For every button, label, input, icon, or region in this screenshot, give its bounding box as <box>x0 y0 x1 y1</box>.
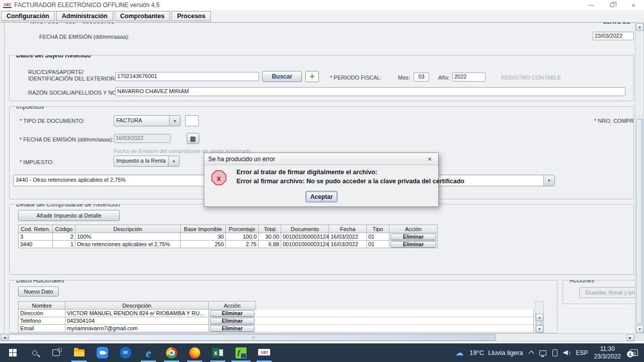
start-button[interactable] <box>0 343 25 362</box>
scroll-left-button[interactable]: ◀ <box>1 334 8 341</box>
horizontal-scrollbar[interactable]: ◀ ▶ <box>0 333 635 341</box>
scrollbar-thumb[interactable] <box>9 334 496 341</box>
cell: 1 <box>53 241 75 248</box>
col-header[interactable]: Código <box>53 225 75 233</box>
cell: myriamnavarro7@gmail.com <box>65 325 209 332</box>
anio-input[interactable]: 2022 <box>452 73 486 82</box>
taskbar-item-sri[interactable]: SRI <box>253 343 276 362</box>
close-button[interactable]: × <box>623 0 644 10</box>
scroll-down-button[interactable]: ▼ <box>536 325 543 332</box>
col-header[interactable]: Porcentaje <box>226 225 259 233</box>
taskbar-item-excel[interactable]: x <box>206 343 229 362</box>
ruc-input[interactable]: 1702143676001 <box>115 72 259 81</box>
taskbar-item-firefox[interactable] <box>183 343 206 362</box>
eliminar-button[interactable]: Eliminar <box>390 241 436 248</box>
menu-comprobantes[interactable]: Comprobantes <box>115 11 170 21</box>
search-button[interactable] <box>25 343 44 362</box>
menu-procesos[interactable]: Procesos <box>172 11 211 21</box>
nuevo-dato-button[interactable]: Nuevo Dato <box>18 286 59 297</box>
eliminar-button[interactable]: Eliminar <box>390 234 436 240</box>
documento-sufijo-input[interactable] <box>185 115 199 126</box>
restore-icon <box>610 3 614 7</box>
language-indicator[interactable]: ESP <box>576 349 588 356</box>
rotation-lock-icon[interactable] <box>552 349 557 356</box>
menu-bar: Configuración Administración Comprobante… <box>0 10 644 22</box>
scrollbar-thumb[interactable] <box>636 119 643 324</box>
weather-temperature[interactable]: 19°C <box>469 349 484 356</box>
clock[interactable]: 11:30 23/3/2022 <box>594 345 621 360</box>
taskbar-item-explorer[interactable] <box>67 343 91 362</box>
eliminar-button[interactable]: Eliminar <box>210 325 255 332</box>
eliminar-button[interactable]: Eliminar <box>210 318 255 324</box>
col-header[interactable]: Acción <box>389 225 438 233</box>
weather-icon[interactable]: ☁ <box>455 349 463 357</box>
razon-social-input[interactable]: NAVARRO CHAVEZ MIRIAM <box>115 87 625 96</box>
guardar-firmar-button[interactable]: Guardar, firmar y procesa <box>579 287 644 298</box>
mes-input[interactable]: 03 <box>414 73 429 82</box>
restore-button[interactable] <box>602 0 623 10</box>
taskbar-item-ie[interactable]: e <box>137 343 160 362</box>
adicionales-scrollbar[interactable]: ▲ ▼ <box>535 301 544 333</box>
minimize-icon <box>589 5 594 6</box>
title-bar: SRI FACTURADOR ELECTRÓNICO OFFLINE versi… <box>0 0 644 10</box>
cell: 16/03/2022 <box>329 241 367 248</box>
scroll-up-button[interactable]: ▲ <box>536 314 543 321</box>
cell: 100.0 <box>226 233 259 241</box>
dialog-close-button[interactable]: × <box>425 155 434 163</box>
task-view-button[interactable] <box>44 343 67 362</box>
firefox-icon <box>189 347 200 358</box>
vertical-scrollbar[interactable]: ▲ ▼ <box>635 22 644 333</box>
window-title: FACTURADOR ELECTRÓNICO OFFLINE versión 4… <box>15 2 160 9</box>
scroll-down-button[interactable]: ▼ <box>636 325 643 333</box>
anio-label: Año: <box>438 75 450 81</box>
aceptar-button[interactable]: Aceptar <box>305 191 338 202</box>
anadir-impuesto-button[interactable]: Añadir Impuesto al Detalle <box>18 210 120 221</box>
taskbar-item-thunderbird[interactable]: ✉ <box>114 343 137 362</box>
nro-clipped-text: NRO: 001 - 002 - 000000701 <box>30 23 231 26</box>
table-row: Dirección VICTOR MANUEL RENDON 824 e/ RI… <box>19 310 256 317</box>
col-header[interactable]: Descripción <box>65 302 209 310</box>
col-header[interactable]: Descripción <box>75 225 181 233</box>
col-header[interactable]: Fecha <box>329 225 367 233</box>
menu-configuracion[interactable]: Configuración <box>1 11 55 21</box>
taskbar-item-chrome[interactable] <box>160 343 183 362</box>
buscar-button[interactable]: Buscar <box>262 71 302 82</box>
chevron-down-icon: ▼ <box>169 116 180 126</box>
col-header[interactable]: Nombre <box>19 302 65 310</box>
calendar-button[interactable]: ▦ <box>187 133 199 144</box>
col-header[interactable]: Tipo <box>367 225 389 233</box>
impuesto-combo[interactable]: Impuesto a la Renta ▼ <box>114 156 180 167</box>
eliminar-button[interactable]: Eliminar <box>210 310 255 317</box>
scroll-right-button[interactable]: ▶ <box>627 334 634 341</box>
zoom-app-icon <box>97 347 108 358</box>
thumb-grip-icon <box>253 336 255 339</box>
notification-center-icon[interactable]: 1 <box>630 349 638 356</box>
menu-administracion[interactable]: Administración <box>56 11 113 21</box>
fecha-emision-doc-input[interactable]: 16/03/2022 <box>114 134 171 143</box>
group-acciones: Guardar, firmar y procesa Acciones <box>562 280 644 304</box>
taskbar-item-facturador[interactable]: f <box>229 343 253 362</box>
scrollbar-thumb[interactable] <box>536 321 543 325</box>
detalle-header-row: Cod. Reten. Código Descripción Base Impo… <box>19 225 438 233</box>
volume-icon[interactable] <box>564 350 570 355</box>
fecha-emision-value-field[interactable]: 23/03/2022 <box>593 32 634 40</box>
scroll-up-button[interactable]: ▲ <box>636 23 643 31</box>
dialog-title-bar[interactable]: Se ha producido un error × <box>204 153 438 165</box>
taskbar-item-zoom[interactable] <box>91 343 114 362</box>
network-icon[interactable] <box>539 350 546 355</box>
col-header[interactable]: Acción <box>209 302 256 310</box>
weather-description[interactable]: Lluvia ligera <box>488 349 523 356</box>
add-sujeto-button[interactable]: + <box>305 71 319 82</box>
tray-chevron-icon[interactable] <box>528 350 534 356</box>
col-header[interactable]: Cod. Reten. <box>19 225 53 233</box>
error-dialog: Se ha producido un error × x Error al tr… <box>204 153 439 207</box>
scroll-left-icon: ◀ <box>3 336 6 340</box>
search-icon <box>32 350 37 355</box>
col-header[interactable]: Documento <box>281 225 329 233</box>
adicionales-header-row: Nombre Descripción Acción <box>19 302 256 310</box>
col-header[interactable]: Base Imponible <box>181 225 226 233</box>
minimize-button[interactable] <box>581 0 602 10</box>
col-header[interactable]: Total <box>259 225 281 233</box>
tipo-documento-combo[interactable]: FACTURA ▼ <box>114 115 181 126</box>
scroll-down-icon: ▼ <box>638 327 641 331</box>
